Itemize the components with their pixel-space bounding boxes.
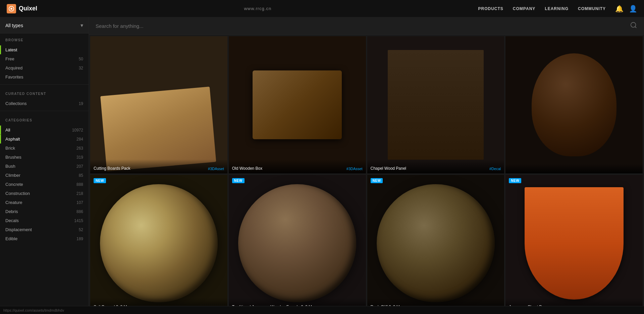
asphalt-label: Asphalt bbox=[5, 137, 20, 142]
concrete-label: Concrete bbox=[5, 182, 23, 187]
curated-section: CURATED CONTENT bbox=[0, 87, 89, 99]
sidebar-item-all[interactable]: All 10972 bbox=[0, 125, 89, 135]
sidebar: All types ▾ BROWSE Latest Free 50 Acquir… bbox=[0, 17, 89, 314]
chevron-down-icon: ▾ bbox=[80, 22, 83, 29]
concrete-count: 888 bbox=[76, 182, 83, 187]
new-badge-6: NEW bbox=[232, 178, 245, 183]
asphalt-count: 284 bbox=[76, 137, 83, 142]
dropdown-label: All types bbox=[5, 23, 23, 28]
creature-label: Creature bbox=[5, 200, 22, 205]
sidebar-item-favorites[interactable]: Favorites bbox=[0, 72, 89, 82]
item-footer-3: Chapel Wood Panel #Decal bbox=[367, 159, 504, 173]
categories-section: CATEGORIES bbox=[0, 114, 89, 125]
decals-label: Decals bbox=[5, 218, 19, 223]
sidebar-item-asphalt[interactable]: Asphalt 284 bbox=[0, 135, 89, 144]
new-badge-5: NEW bbox=[94, 178, 106, 183]
sidebar-item-edible[interactable]: Edible 189 bbox=[0, 234, 89, 243]
sidebar-item-debris[interactable]: Debris 886 bbox=[0, 207, 89, 216]
sidebar-item-creature[interactable]: Creature 107 bbox=[0, 198, 89, 207]
grid-item-4[interactable] bbox=[505, 36, 643, 173]
item-tag-3: #Decal bbox=[489, 167, 501, 171]
displacement-count: 52 bbox=[79, 227, 83, 232]
topnav-icon-group: 🔔 👤 bbox=[615, 5, 637, 13]
type-dropdown[interactable]: All types ▾ bbox=[0, 17, 89, 34]
sidebar-item-decals[interactable]: Decals 1415 bbox=[0, 216, 89, 225]
svg-line-3 bbox=[635, 27, 636, 28]
climber-count: 85 bbox=[79, 173, 83, 178]
top-navigation: Quixel www.rrcg.cn PRODUCTS COMPANY LEAR… bbox=[0, 0, 644, 17]
item-tag-2: #3DAsset bbox=[346, 167, 363, 171]
notification-icon[interactable]: 🔔 bbox=[615, 5, 624, 13]
item-title-2: Old Wooden Box bbox=[232, 166, 263, 171]
categories-title: CATEGORIES bbox=[5, 118, 83, 122]
brushes-label: Brushes bbox=[5, 155, 21, 160]
search-bar bbox=[89, 17, 644, 35]
new-badge-7: NEW bbox=[371, 178, 383, 183]
collections-label: Collections bbox=[5, 101, 27, 106]
bush-count: 207 bbox=[76, 164, 83, 169]
search-input[interactable] bbox=[96, 23, 630, 29]
item-footer-4 bbox=[505, 164, 643, 173]
grid-item-7[interactable]: NEW Rock Cliff 2x2 M #Surface bbox=[367, 175, 504, 312]
sidebar-item-brushes[interactable]: Brushes 319 bbox=[0, 153, 89, 162]
free-count: 50 bbox=[79, 57, 83, 61]
main-content: Cutting Boards Pack #3DAsset Old Wooden … bbox=[89, 17, 644, 314]
divider-1 bbox=[0, 84, 89, 85]
edible-count: 189 bbox=[76, 237, 83, 241]
new-badge-8: NEW bbox=[509, 178, 521, 183]
edible-label: Edible bbox=[5, 236, 17, 241]
sidebar-item-free[interactable]: Free 50 bbox=[0, 54, 89, 63]
status-url: https://quixel.com/assets/tmdmdbhdv bbox=[3, 308, 64, 312]
sidebar-item-latest[interactable]: Latest bbox=[0, 45, 89, 54]
logo-text: Quixel bbox=[19, 5, 37, 12]
asset-grid: Cutting Boards Pack #3DAsset Old Wooden … bbox=[89, 35, 644, 314]
sidebar-item-bush[interactable]: Bush 207 bbox=[0, 162, 89, 171]
brick-label: Brick bbox=[5, 146, 15, 151]
latest-label: Latest bbox=[5, 47, 17, 52]
collections-count: 19 bbox=[79, 101, 83, 106]
construction-label: Construction bbox=[5, 191, 30, 196]
divider-2 bbox=[0, 111, 89, 111]
nav-products[interactable]: PRODUCTS bbox=[478, 6, 503, 11]
sidebar-item-collections[interactable]: Collections 19 bbox=[0, 99, 89, 108]
status-bar: https://quixel.com/assets/tmdmdbhdv bbox=[0, 306, 644, 314]
svg-point-1 bbox=[10, 8, 12, 9]
free-label: Free bbox=[5, 56, 14, 61]
app-layout: All types ▾ BROWSE Latest Free 50 Acquir… bbox=[0, 0, 644, 314]
favorites-label: Favorites bbox=[5, 74, 23, 80]
item-title-1: Cutting Boards Pack bbox=[94, 166, 130, 171]
sidebar-item-concrete[interactable]: Concrete 888 bbox=[0, 180, 89, 189]
grid-item-8[interactable]: NEW Japanese Chest Drawers #Decal bbox=[505, 175, 643, 312]
debris-count: 886 bbox=[76, 209, 83, 214]
climber-label: Climber bbox=[5, 173, 20, 178]
nav-community[interactable]: COMMUNITY bbox=[578, 6, 606, 11]
nav-links: PRODUCTS COMPANY LEARNING COMMUNITY 🔔 👤 bbox=[478, 5, 637, 13]
sidebar-item-displacement[interactable]: Displacement 52 bbox=[0, 225, 89, 234]
sidebar-item-construction[interactable]: Construction 218 bbox=[0, 189, 89, 198]
grid-item-6[interactable]: NEW Traditional Japanese Wooden Facade 2… bbox=[229, 175, 366, 312]
logo-icon bbox=[7, 4, 16, 13]
grid-item-3[interactable]: Chapel Wood Panel #Decal bbox=[367, 36, 504, 173]
search-icon[interactable] bbox=[630, 21, 637, 31]
nav-learning[interactable]: LEARNING bbox=[545, 6, 569, 11]
creature-count: 107 bbox=[76, 200, 83, 205]
item-footer-2: Old Wooden Box #3DAsset bbox=[229, 159, 366, 173]
acquired-label: Acquired bbox=[5, 65, 22, 70]
brick-count: 263 bbox=[76, 146, 83, 151]
browse-title: BROWSE bbox=[5, 38, 83, 42]
sidebar-item-acquired[interactable]: Acquired 32 bbox=[0, 63, 89, 72]
item-footer-1: Cutting Boards Pack #3DAsset bbox=[90, 159, 227, 173]
grid-item-1[interactable]: Cutting Boards Pack #3DAsset bbox=[90, 36, 227, 173]
user-icon[interactable]: 👤 bbox=[629, 5, 637, 13]
logo[interactable]: Quixel bbox=[7, 4, 37, 13]
curated-title: CURATED CONTENT bbox=[5, 92, 83, 96]
nav-company[interactable]: COMPANY bbox=[513, 6, 535, 11]
sidebar-item-brick[interactable]: Brick 263 bbox=[0, 144, 89, 153]
item-title-3: Chapel Wood Panel bbox=[371, 166, 407, 171]
grid-item-2[interactable]: Old Wooden Box #3DAsset bbox=[229, 36, 366, 173]
grid-item-5[interactable]: NEW Soil Ground 2x2 M #Surface bbox=[90, 175, 227, 312]
sidebar-item-climber[interactable]: Climber 85 bbox=[0, 171, 89, 180]
debris-label: Debris bbox=[5, 209, 18, 214]
decals-count: 1415 bbox=[74, 218, 83, 223]
svg-point-2 bbox=[631, 22, 636, 28]
